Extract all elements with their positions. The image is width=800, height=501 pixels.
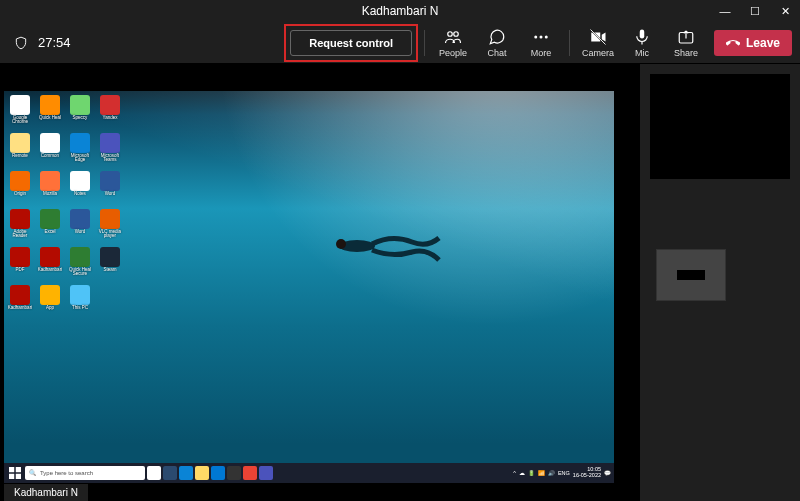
desktop-shortcut-label: Quick Heal Secure <box>66 268 94 277</box>
window-title-bar: Kadhambari N — ☐ ✕ <box>0 0 800 22</box>
desktop-shortcut-icon <box>10 95 30 115</box>
desktop-shortcut-label: Common <box>41 154 59 159</box>
shield-icon <box>14 35 28 51</box>
desktop-shortcut-label: Adobe Reader <box>6 230 34 239</box>
share-icon <box>677 28 695 46</box>
svg-rect-5 <box>640 29 645 38</box>
desktop-shortcut-icon <box>70 247 90 267</box>
taskbar-teams-icon[interactable] <box>259 466 273 480</box>
desktop-shortcut[interactable]: Quick Heal Secure <box>66 247 94 283</box>
desktop-shortcut[interactable]: Kadhambari <box>36 247 64 283</box>
desktop-shortcut-icon <box>70 171 90 191</box>
taskbar-cortana-icon[interactable] <box>147 466 161 480</box>
more-label: More <box>531 48 552 58</box>
taskbar-store-icon[interactable] <box>211 466 225 480</box>
taskbar-tray[interactable]: ^☁🔋📶🔊 ENG 10:05 16-05-2022 💬 <box>513 467 611 478</box>
participant-thumbnail-self[interactable] <box>656 249 726 301</box>
leave-button[interactable]: Leave <box>714 30 792 56</box>
desktop-shortcut-icon <box>100 95 120 115</box>
desktop-shortcut-icon <box>10 209 30 229</box>
desktop-shortcut[interactable]: Excel <box>36 209 64 245</box>
desktop-shortcut-label: Yandex <box>103 116 118 121</box>
maximize-button[interactable]: ☐ <box>740 0 770 22</box>
desktop-shortcut-icon <box>40 285 60 305</box>
svg-point-1 <box>539 35 542 38</box>
desktop-shortcut-label: Microsoft Edge <box>66 154 94 163</box>
taskbar-taskview-icon[interactable] <box>163 466 177 480</box>
taskbar-explorer-icon[interactable] <box>195 466 209 480</box>
hangup-icon <box>726 36 740 50</box>
desktop-shortcut-label: Steam <box>103 268 116 273</box>
desktop-shortcut[interactable]: Yandex <box>96 95 124 131</box>
taskbar-chrome-icon[interactable] <box>243 466 257 480</box>
desktop-shortcut-label: Google Chrome <box>6 116 34 125</box>
desktop-shortcut[interactable]: Speccy <box>66 95 94 131</box>
taskbar-edge-icon[interactable] <box>179 466 193 480</box>
tray-date: 16-05-2022 <box>573 473 601 479</box>
window-title: Kadhambari N <box>362 4 439 18</box>
request-control-button[interactable]: Request control <box>290 30 412 56</box>
desktop-shortcut[interactable]: Word <box>66 209 94 245</box>
svg-point-2 <box>545 35 548 38</box>
desktop-shortcut[interactable]: VLC media player <box>96 209 124 245</box>
desktop-shortcut[interactable]: App <box>36 285 64 321</box>
request-control-highlight: Request control <box>284 24 418 62</box>
desktop-shortcut[interactable]: Microsoft Edge <box>66 133 94 169</box>
mic-button[interactable]: Mic <box>620 24 664 62</box>
start-button[interactable] <box>7 465 23 481</box>
participant-thumbnail-large[interactable] <box>650 74 790 179</box>
svg-point-7 <box>339 240 375 252</box>
desktop-shortcut[interactable]: Google Chrome <box>6 95 34 131</box>
desktop-shortcut-label: Excel <box>44 230 55 235</box>
svg-rect-9 <box>9 467 14 472</box>
desktop-shortcut-label: Kadhambari <box>8 306 32 311</box>
desktop-shortcut[interactable]: Common <box>36 133 64 169</box>
taskbar-app-icon[interactable] <box>227 466 241 480</box>
desktop-shortcut-label: Remote <box>12 154 28 159</box>
meeting-main: Google ChromeQuick HealSpeccyYandexRemot… <box>0 64 800 501</box>
chat-button[interactable]: Chat <box>475 24 519 62</box>
chat-label: Chat <box>487 48 506 58</box>
desktop-shortcut-label: This PC <box>72 306 88 311</box>
desktop-shortcut-label: Origin <box>14 192 26 197</box>
minimize-button[interactable]: — <box>710 0 740 22</box>
close-button[interactable]: ✕ <box>770 0 800 22</box>
desktop-shortcut[interactable]: Adobe Reader <box>6 209 34 245</box>
desktop-shortcut[interactable]: Kadhambari <box>6 285 34 321</box>
tray-lang: ENG <box>558 470 570 476</box>
people-button[interactable]: People <box>431 24 475 62</box>
share-button[interactable]: Share <box>664 24 708 62</box>
camera-label: Camera <box>582 48 614 58</box>
desktop-shortcut[interactable]: Remote <box>6 133 34 169</box>
desktop-shortcut[interactable]: Steam <box>96 247 124 283</box>
search-icon: 🔍 <box>29 469 36 476</box>
desktop-shortcut[interactable]: Mozilla <box>36 171 64 207</box>
desktop-shortcut[interactable]: Origin <box>6 171 34 207</box>
svg-rect-11 <box>9 473 14 478</box>
desktop-shortcut-icon <box>10 171 30 191</box>
toolbar-divider <box>569 30 570 56</box>
desktop-shortcut[interactable]: Word <box>96 171 124 207</box>
toolbar-divider <box>424 30 425 56</box>
share-label: Share <box>674 48 698 58</box>
desktop-shortcut[interactable]: Quick Heal <box>36 95 64 131</box>
desktop-shortcut[interactable]: This PC <box>66 285 94 321</box>
desktop-shortcut-label: VLC media player <box>96 230 124 239</box>
more-button[interactable]: More <box>519 24 563 62</box>
desktop-shortcut[interactable]: Microsoft Teams <box>96 133 124 169</box>
desktop-shortcut[interactable]: PDF <box>6 247 34 283</box>
taskbar-search[interactable]: 🔍 Type here to search <box>25 466 145 480</box>
desktop-shortcut-icon <box>40 133 60 153</box>
desktop-shortcut-icon <box>70 95 90 115</box>
camera-off-icon <box>589 28 607 46</box>
call-timer-segment: 27:54 <box>14 35 71 51</box>
desktop-shortcut-label: Microsoft Teams <box>96 154 124 163</box>
camera-button[interactable]: Camera <box>576 24 620 62</box>
chat-icon <box>488 28 506 46</box>
desktop-shortcut-label: Word <box>105 192 116 197</box>
desktop-shortcut-icon <box>70 209 90 229</box>
desktop-shortcut[interactable]: Notes <box>66 171 94 207</box>
desktop-shortcut-icon <box>40 209 60 229</box>
desktop-icons-grid: Google ChromeQuick HealSpeccyYandexRemot… <box>4 91 134 463</box>
people-icon <box>444 28 462 46</box>
